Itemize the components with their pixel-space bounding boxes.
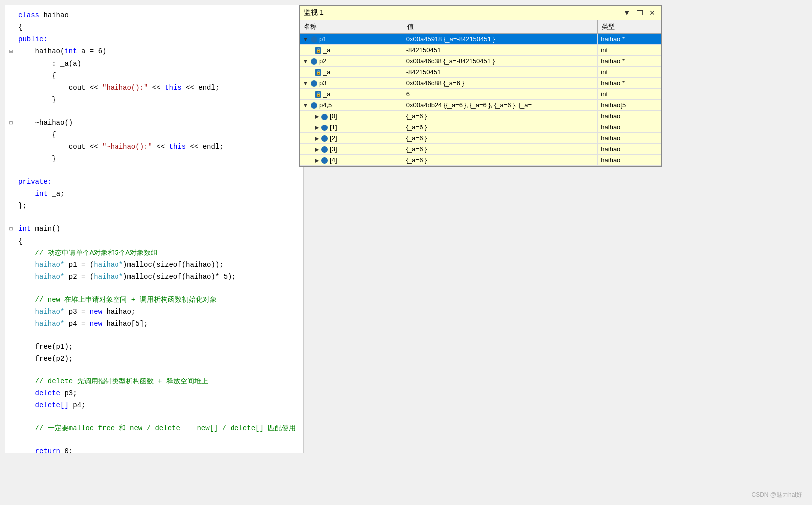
watch-cell-value: 0x00a45918 {_a=-842150451 } [403,34,598,45]
code-line [5,365,303,376]
code-token: << endl; [186,141,224,152]
watch-cell-value: 0x00a46c38 {_a=-842150451 } [403,56,598,67]
code-line: { [5,129,303,141]
code-line: public: [5,33,303,45]
code-token: int [64,46,77,57]
expand-button[interactable]: ▼ [303,80,310,86]
code-token: haihao* [94,271,123,282]
code-token: this [169,141,186,152]
code-line: return 0; [5,445,303,453]
expand-button[interactable]: ▼ [303,36,310,42]
code-editor[interactable]: class haihao{public:⊟ haihao(int a = 6) … [5,5,304,453]
code-token: } [52,94,56,105]
variable-name: p3 [319,79,326,87]
watermark: CSDN @魅力hai好 [751,491,802,499]
col-header-value: 值 [403,20,598,34]
watch-cell-value: 0x00a46c88 {_a=6 } [403,78,598,89]
expand-button[interactable]: ▶ [315,125,320,130]
code-token: main() [31,223,60,234]
object-icon [321,146,328,153]
code-line: haihao* p3 = new haihao; [5,306,303,318]
code-token: int [35,188,48,199]
watch-dropdown-btn[interactable]: ▼ [621,8,632,18]
expand-button[interactable]: ▶ [315,135,320,141]
watch-cell-value: -842150451 [403,67,598,78]
code-line: // new 在堆上申请对象空间 + 调用析构函数初始化对象 [5,294,303,306]
watch-row[interactable]: ▼ p4,50x00a4db24 {{_a=6 }, {_a=6 }, {_a=… [300,100,661,111]
code-line: ⊟ haihao(int a = 6) [5,45,303,58]
code-line [5,283,303,294]
watch-child-row[interactable]: ▶ [2]{_a=6 }haihao [300,132,661,143]
code-token: this [165,82,182,93]
watch-cell-type: int [598,67,661,78]
watch-cell-value: {_a=6 } [403,143,598,154]
code-token: new [90,318,102,329]
code-token: haihao [39,10,69,21]
code-token: _a; [48,188,65,199]
watch-child-row[interactable]: ▶ [3]{_a=6 }haihao [300,143,661,154]
code-line [5,212,303,223]
code-token: "~haihao():" [102,141,152,152]
watch-close-btn[interactable]: ✕ [647,8,657,18]
code-line [5,411,303,422]
watch-cell-name: ▶ [2] [300,132,403,143]
child-variable-name: [0] [330,112,337,120]
watch-restore-btn[interactable]: 🗖 [634,8,645,18]
code-line: free(p1); [5,341,303,353]
watch-cell-value: {_a=6 } [403,122,598,132]
expand-button[interactable]: ▶ [315,146,320,152]
code-token: ~haihao() [35,117,73,128]
watch-child-row[interactable]: 🔒_a-842150451int [300,67,661,78]
watch-child-row[interactable]: ▶ [0]{_a=6 }haihao [300,111,661,122]
code-line: { [5,21,303,33]
code-token: haihao* [35,318,65,329]
watch-row[interactable]: ▼ p30x00a46c88 {_a=6 }haihao * [300,78,661,89]
code-token: }; [18,200,27,211]
code-token: haihao* [35,259,65,270]
watch-title: 监视 1 [304,8,324,17]
object-icon [321,114,328,120]
object-icon [321,157,328,164]
child-variable-name: _a [323,90,330,98]
code-token: cout << [69,141,102,152]
lock-icon: 🔒 [315,69,321,76]
code-line [5,106,303,117]
watch-child-row[interactable]: ▶ [4]{_a=6 }haihao [300,154,661,165]
code-token: a = 6) [77,46,107,57]
watch-cell-name: ▼ p3 [300,78,403,89]
code-token: } [52,153,56,164]
watch-cell-name: 🔒_a [300,45,403,56]
child-variable-name: _a [323,68,330,76]
code-line [5,330,303,341]
watch-child-row[interactable]: 🔒_a6int [300,89,661,100]
child-variable-name: _a [323,46,330,54]
expand-button[interactable]: ▼ [303,58,310,64]
code-line: class haihao [5,9,303,21]
code-token: { [18,22,22,33]
child-variable-name: [2] [330,134,337,142]
watch-row[interactable]: ▼ p20x00a46c38 {_a=-842150451 }haihao * [300,56,661,67]
watch-child-row[interactable]: ▶ [1]{_a=6 }haihao [300,122,661,132]
code-line: // 动态申请单个A对象和5个A对象数组 [5,247,303,259]
lock-icon: 🔒 [315,47,321,54]
expand-button[interactable]: ▼ [303,102,310,108]
expand-button[interactable]: ▶ [315,113,320,119]
watch-cell-name: ▶ [3] [300,143,403,154]
variable-name: p2 [319,57,326,65]
watch-titlebar: 监视 1 ▼ 🗖 ✕ [300,6,661,20]
watch-cell-value: -842150451 [403,45,598,56]
watch-cell-type: haihao [598,122,661,132]
child-variable-name: [1] [330,124,337,131]
code-line: free(p2); [5,353,303,365]
code-line [5,434,303,445]
lock-icon: 🔒 [315,91,321,98]
object-icon [311,36,317,43]
watch-row[interactable]: ▼ p10x00a45918 {_a=-842150451 }haihao * [300,34,661,45]
code-line: ⊟int main() [5,223,303,235]
watch-cell-type: haihao [598,143,661,154]
code-line: ⊟ ~haihao() [5,117,303,129]
code-token: free(p2); [35,353,73,364]
expand-button[interactable]: ▶ [315,157,320,163]
code-token: p3; [60,388,77,399]
watch-child-row[interactable]: 🔒_a-842150451int [300,45,661,56]
